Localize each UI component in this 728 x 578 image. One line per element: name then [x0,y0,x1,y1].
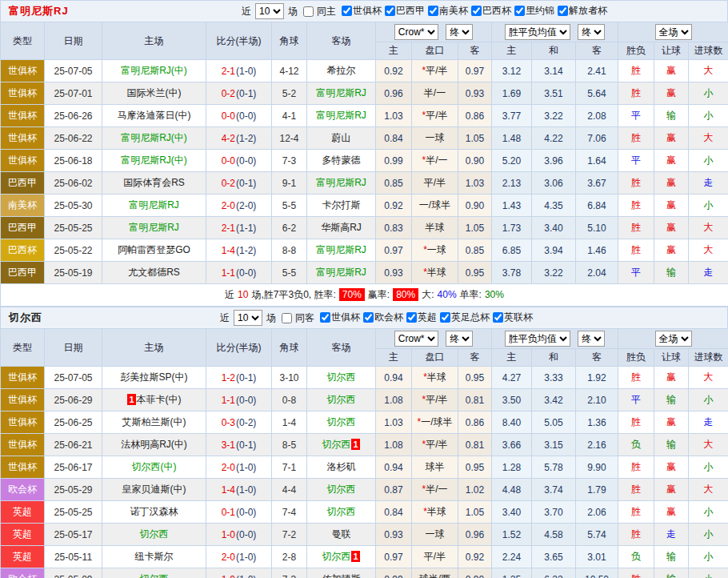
col-crown-home: 主 [376,349,412,367]
league-filter[interactable]: 欧会杯 [360,311,403,324]
away-team-cell: 富明尼斯RJ [307,239,376,262]
goals-result-cell: 大 [689,127,728,150]
corner-cell: 7-2 [272,524,307,546]
league-type-cell: 英超 [1,501,45,524]
handicap-cell: 半球 [412,217,458,239]
halftime-score: (2-0) [236,200,256,211]
europe-final-select[interactable]: 终 [578,331,605,347]
home-team-cell: 切尔西 [102,524,206,546]
scope-select[interactable]: 全场 [655,24,692,40]
league-filter[interactable]: 巴西杯 [468,4,511,18]
goals-result-cell: 大 [689,479,728,501]
avg-draw-odds-cell: 3.15 [532,434,576,456]
europe-final-select[interactable]: 终 [578,24,605,40]
away-team-name: 富明尼斯RJ [316,87,366,98]
crown-away-odds-cell: 1.03 [458,172,492,195]
league-checkbox[interactable] [428,6,438,16]
team-title: 富明尼斯RJ [9,4,69,18]
score-cell: 1-0(1-0) [206,568,272,578]
league-filter[interactable]: 英足总杯 [437,311,490,324]
asia-final-select[interactable]: 终 [446,24,473,40]
fulltime-score: 2-1 [222,66,235,77]
fulltime-score: 2-0 [222,462,235,473]
match-row: 英超25-05-17切尔西1-0(0-0)7-2曼联0.93一球0.961.52… [1,524,728,546]
goals-result-cell: 走 [689,411,728,434]
away-team-cell: 曼联 [307,524,376,546]
match-row: 欧会杯25-05-09切尔西1-0(1-0)7-3佐加顿斯0.99球半/两0.9… [1,568,728,578]
same-venue-checkbox[interactable] [303,6,314,17]
league-filter[interactable]: 英联杯 [490,311,533,324]
match-row: 欧会杯25-05-29皇家贝迪斯(中)1-4(1-0)4-4切尔西0.87*半/… [1,479,728,501]
home-team-name: 尤文都德RS [128,267,180,278]
league-checkbox[interactable] [558,6,568,16]
result-cell: 平 [618,105,654,127]
league-filter[interactable]: 解放者杯 [554,4,607,18]
asia-final-select[interactable]: 终 [446,331,473,347]
score-cell: 2-0(1-0) [206,546,272,568]
halftime-score: (1-0) [236,484,256,496]
league-checkbox[interactable] [493,312,503,323]
league-filter[interactable]: 世俱杯 [317,311,360,324]
games-count-select[interactable]: 10 [255,3,284,19]
home-team-name: 法林明高RJ(中) [121,439,187,450]
fulltime-score: 3-1 [222,440,235,451]
league-checkbox[interactable] [363,312,374,323]
score-cell: 1-4(1-0) [206,479,272,501]
home-team-cell: 法林明高RJ(中) [102,434,206,456]
league-checkbox[interactable] [440,312,450,323]
avg-win-odds-cell: 3.40 [492,501,532,524]
col-home: 主场 [102,329,206,367]
league-checkbox[interactable] [406,312,417,323]
away-team-name: 蔚山 [332,132,351,143]
team-title: 切尔西 [9,311,42,325]
avg-lose-odds-cell: 3.67 [576,172,618,195]
league-checkbox[interactable] [342,6,352,16]
company-select[interactable]: Crow* [394,331,438,347]
corner-cell: 5-5 [272,195,307,217]
league-checkbox[interactable] [385,6,395,16]
league-filter[interactable]: 巴西甲 [382,4,425,18]
handicap-name: 一球 [426,528,445,540]
crown-away-odds-cell: 0.90 [458,195,492,217]
halftime-score: (1-0) [236,552,256,563]
handicap-cell: *一球 [412,239,458,262]
col-avg-draw: 和 [532,349,576,367]
section-header-bar: 富明尼斯RJ 近 10 场 同主 世俱杯巴西甲南美杯巴西杯里约锦解放者杯 [0,0,728,22]
avg-lose-odds-cell: 5.10 [576,217,618,239]
league-checkbox[interactable] [320,312,330,323]
corner-cell: 0-8 [272,389,307,411]
league-filter[interactable]: 世俱杯 [338,4,382,18]
same-venue-checkbox[interactable] [282,313,292,323]
avg-win-odds-cell: 1.52 [492,524,532,546]
goals-result-cell: 大 [689,60,728,82]
match-date-cell: 25-07-05 [45,367,102,389]
games-count-select[interactable]: 10 [234,310,262,326]
handicap-cell: 半/一 [412,82,458,105]
handicap-cell: 球半 [412,456,458,479]
handicap-result-cell: 输 [654,546,689,568]
red-card-badge: 1 [351,439,359,450]
league-checkbox[interactable] [514,6,525,16]
league-type-cell: 世俱杯 [1,389,45,411]
europe-avg-select[interactable]: 胜平负均值 [505,24,570,40]
crown-home-odds-cell: 1.03 [376,411,412,434]
crown-odds-controls: Crow* 终 [376,22,492,42]
col-avg-win: 主 [492,42,532,60]
scope-select[interactable]: 全场 [655,331,692,347]
league-filter[interactable]: 里约锦 [511,4,554,18]
league-filter[interactable]: 英超 [403,311,437,324]
avg-win-odds-cell: 3.77 [492,105,532,127]
home-team-name: 富明尼斯RJ [129,222,179,233]
avg-draw-odds-cell: 3.94 [532,239,576,262]
avg-win-odds-cell: 2.24 [492,546,532,568]
avg-draw-odds-cell: 5.78 [532,456,576,479]
league-filter[interactable]: 南美杯 [425,4,468,18]
company-select[interactable]: Crow* [394,24,438,40]
fulltime-score: 1-0 [222,529,235,540]
europe-avg-select[interactable]: 胜平负均值 [505,331,570,347]
result-cell: 胜 [618,239,654,262]
handicap-result-cell: 输 [654,568,689,578]
home-team-cell: 皇家贝迪斯(中) [102,479,206,501]
result-cell: 胜 [618,60,654,82]
league-checkbox[interactable] [471,6,482,16]
